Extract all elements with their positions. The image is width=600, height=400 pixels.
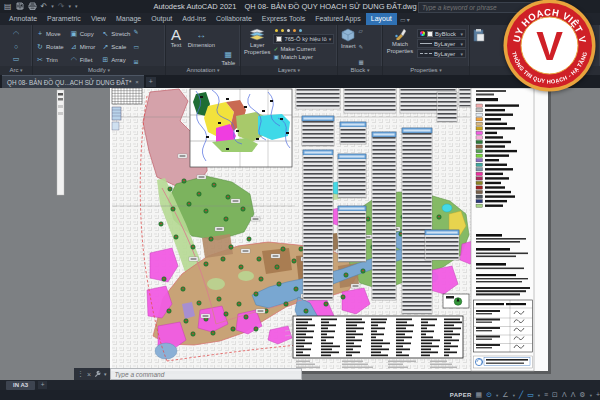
- copy-button[interactable]: ▣Copy: [70, 27, 96, 40]
- ribbon-display-toggle[interactable]: ▭▾: [397, 13, 413, 25]
- stats-bar: [371, 355, 388, 357]
- dimension-button[interactable]: ↔ Dimension: [188, 27, 215, 66]
- ribbon-tab-manage[interactable]: Manage: [111, 13, 146, 25]
- tree-icon: [361, 269, 365, 273]
- grid-icon[interactable]: ▦: [476, 390, 483, 400]
- file-tab-close-icon[interactable]: ×: [135, 79, 139, 85]
- cmd-close-icon[interactable]: ×: [87, 371, 91, 378]
- linetype-dropdown[interactable]: ByLayer ▾: [417, 49, 466, 58]
- qat-customize-icon[interactable]: ▾: [75, 4, 78, 9]
- lineweight-dropdown[interactable]: ByLayer ▾: [417, 39, 466, 48]
- table-button[interactable]: ▦ Table: [221, 27, 235, 66]
- redo-caret-icon[interactable]: ▾: [68, 4, 71, 9]
- tree-icon: [437, 215, 441, 219]
- block-attributes-icon[interactable]: ▦: [359, 59, 364, 65]
- command-input[interactable]: [110, 368, 302, 380]
- explode-icon[interactable]: ⊞: [133, 58, 139, 65]
- scale-button[interactable]: ↗Scale: [101, 40, 130, 53]
- polar-tracking-icon[interactable]: ∠: [502, 390, 508, 400]
- customize-status-icon[interactable]: +: [596, 390, 600, 400]
- ribbon-tab-output[interactable]: Output: [146, 13, 177, 25]
- ribbon-tab-express-tools[interactable]: Express Tools: [257, 13, 310, 25]
- panel-annotation-label[interactable]: Annotation ▾: [166, 66, 240, 75]
- block-edit-icon[interactable]: ▱: [359, 28, 364, 34]
- undo-icon[interactable]: ↶: [41, 3, 48, 11]
- mirror-button[interactable]: ⊿Mirror: [70, 40, 96, 53]
- ribbon-tab-collaborate[interactable]: Collaborate: [211, 13, 257, 25]
- tree-icon: [181, 287, 185, 291]
- undo-caret-icon[interactable]: ▾: [51, 4, 54, 9]
- layer-on-icon[interactable]: [275, 29, 278, 32]
- print-icon[interactable]: [28, 2, 37, 12]
- insert-button[interactable]: Insert: [341, 27, 356, 66]
- snap-icon[interactable]: ⊙: [486, 390, 492, 400]
- modify-extra-tools[interactable]: ✎ ▭ ⊞: [133, 27, 139, 66]
- annotation-scale-icon[interactable]: Λ: [571, 390, 576, 400]
- layer-freeze-icon[interactable]: [281, 29, 284, 32]
- command-line[interactable]: ⋮ × ▾: [74, 368, 302, 380]
- layer-properties-button[interactable]: Layer Properties: [244, 27, 270, 66]
- parcel-label: [256, 309, 265, 313]
- new-drawing-tab-button[interactable]: +: [146, 77, 156, 87]
- pencil-icon[interactable]: ✎: [133, 28, 139, 35]
- redo-icon[interactable]: ↷: [58, 3, 65, 11]
- tree-icon: [187, 202, 191, 206]
- polar-caret-icon[interactable]: ▾: [513, 393, 515, 398]
- osnap-icon[interactable]: ▭: [527, 390, 534, 400]
- fillet-button[interactable]: ◠Fillet: [70, 53, 96, 66]
- trim-button[interactable]: ✂Trim: [36, 53, 64, 66]
- osnap-caret-icon[interactable]: ▾: [538, 393, 540, 398]
- layer-lock-icon[interactable]: [287, 29, 290, 32]
- rotate-button[interactable]: ↻Rotate: [36, 40, 64, 53]
- paste-button[interactable]: [473, 27, 485, 66]
- text-button[interactable]: A Text: [171, 27, 182, 66]
- ribbon-tab-layout[interactable]: Layout: [366, 13, 397, 25]
- annotation-visibility-icon[interactable]: Λ: [562, 390, 567, 400]
- circle-tool-icon[interactable]: ○: [14, 43, 18, 50]
- panel-block-label[interactable]: Block ▾: [338, 66, 382, 75]
- layout-tab-in-a3[interactable]: IN A3: [6, 381, 35, 390]
- tree-icon: [231, 327, 235, 331]
- layer-state-icons[interactable]: [273, 27, 334, 33]
- layer-dropdown[interactable]: 765-Ô ký hiệu lô ▾: [273, 34, 334, 44]
- ribbon-tab-annotate[interactable]: Annotate: [4, 13, 42, 25]
- match-layer-button[interactable]: ▣ Match Layer: [273, 53, 334, 60]
- arc-tool-icon[interactable]: ◠: [13, 30, 19, 38]
- block-define-icon[interactable]: ✎: [359, 44, 364, 50]
- selection-cycling-icon[interactable]: ⊡: [552, 390, 558, 400]
- stretch-button[interactable]: ↖Stretch: [101, 27, 130, 40]
- settings-gear-icon[interactable]: ⚙: [579, 390, 585, 400]
- array-button[interactable]: ⊞Array: [101, 53, 130, 66]
- ribbon-tab-add-ins[interactable]: Add-ins: [177, 13, 211, 25]
- stats-bar: [321, 331, 335, 333]
- new-file-icon[interactable]: ▤: [4, 3, 12, 11]
- panel-layers-label[interactable]: Layers ▾: [241, 66, 337, 75]
- snap-caret-icon[interactable]: ▾: [496, 393, 498, 398]
- panel-properties-label[interactable]: Properties ▾: [383, 66, 469, 75]
- layer-plot-icon[interactable]: [299, 29, 302, 32]
- object-color-dropdown[interactable]: ByBlock ▾: [417, 29, 466, 38]
- match-properties-button[interactable]: Match Properties: [386, 27, 414, 66]
- panel-modify-label[interactable]: Modify ▾: [33, 66, 165, 75]
- panel-draw-label[interactable]: Arc ▾: [0, 66, 32, 75]
- file-tab-active[interactable]: QH 08- BẢN ĐỒ QU...ẠCH SỬ DỤNG ĐẤT* ×: [2, 75, 144, 88]
- make-current-button[interactable]: ✓ Make Current: [273, 45, 334, 52]
- ribbon-tab-parametric[interactable]: Parametric: [42, 13, 86, 25]
- cmd-customize-icon[interactable]: [94, 370, 101, 378]
- drawing-canvas[interactable]: [0, 88, 600, 380]
- layer-color-icon[interactable]: [293, 29, 296, 32]
- ortho-icon[interactable]: ╱: [519, 390, 523, 400]
- erase-icon[interactable]: ▭: [133, 43, 139, 50]
- save-icon[interactable]: [16, 2, 24, 12]
- gear-caret-icon[interactable]: ▾: [590, 393, 592, 398]
- ribbon-tab-view[interactable]: View: [86, 13, 111, 25]
- rectangle-tool-icon[interactable]: ▭: [13, 55, 20, 63]
- lineweight-display-icon[interactable]: ≡: [544, 390, 548, 400]
- ribbon-tab-featured-apps[interactable]: Featured Apps: [310, 13, 366, 25]
- move-button[interactable]: +Move: [36, 27, 64, 40]
- space-toggle[interactable]: PAPER: [450, 392, 472, 398]
- tree-icon: [229, 245, 233, 249]
- stats-bar: [321, 352, 339, 354]
- cmd-grip-icon[interactable]: ⋮: [77, 370, 84, 378]
- new-layout-button[interactable]: +: [38, 381, 47, 389]
